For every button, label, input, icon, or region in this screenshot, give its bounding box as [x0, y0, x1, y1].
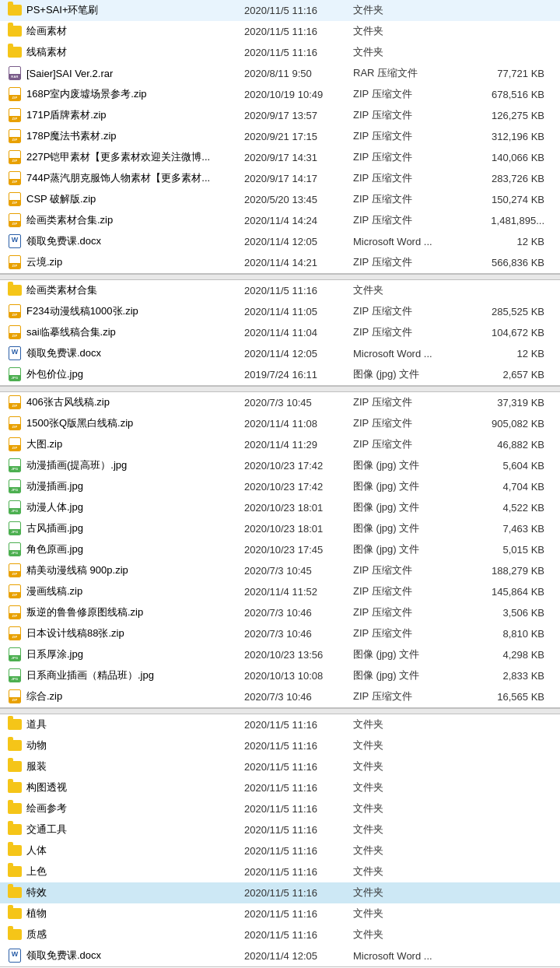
table-row[interactable]: 168P室内废墟场景参考.zip2020/10/19 10:49ZIP 压缩文件… — [0, 84, 560, 105]
file-date: 2020/5/20 13:45 — [244, 194, 353, 205]
table-row[interactable]: 动漫插画.jpg2020/10/23 17:42图像 (jpg) 文件4,704… — [0, 476, 560, 497]
file-type: ZIP 压缩文件 — [353, 416, 478, 430]
table-row[interactable]: 领取免费课.docx2020/11/4 12:05Microsoft Word … — [0, 343, 560, 364]
table-row[interactable]: 叛逆的鲁鲁修原图线稿.zip2020/7/3 10:46ZIP 压缩文件3,50… — [0, 602, 560, 623]
table-row[interactable]: CSP 破解版.zip2020/5/20 13:45ZIP 压缩文件150,27… — [0, 189, 560, 210]
table-row[interactable]: 1500张Q版黑白线稿.zip2020/11/4 11:08ZIP 压缩文件90… — [0, 413, 560, 434]
table-row[interactable]: 动漫插画(提高班）.jpg2020/10/23 17:42图像 (jpg) 文件… — [0, 455, 560, 476]
file-date: 2020/11/5 11:16 — [244, 740, 353, 752]
file-date: 2020/7/3 10:45 — [244, 397, 353, 409]
table-row[interactable]: 质感2020/11/5 11:16文件夹 — [0, 924, 560, 945]
table-row[interactable]: 外包价位.jpg2019/7/24 16:11图像 (jpg) 文件2,657 … — [0, 364, 560, 385]
file-size: 16,565 KB — [478, 691, 554, 703]
jpg-icon — [9, 647, 21, 661]
file-name: 精美动漫线稿 900p.zip — [26, 563, 244, 577]
file-type: ZIP 压缩文件 — [353, 129, 478, 143]
table-row[interactable]: 精美动漫线稿 900p.zip2020/7/3 10:45ZIP 压缩文件188… — [0, 560, 560, 581]
zip-icon — [9, 150, 21, 164]
table-row[interactable]: 大图.zip2020/11/4 11:29ZIP 压缩文件46,882 KB — [0, 434, 560, 455]
file-date: 2020/11/4 11:04 — [244, 327, 353, 338]
file-date: 2020/9/17 14:17 — [244, 173, 353, 184]
table-row[interactable]: 绘画类素材合集2020/11/5 11:16文件夹 — [0, 280, 560, 301]
file-name: sai临摹线稿合集.zip — [26, 325, 244, 339]
table-row[interactable]: 171P盾牌素材.zip2020/9/17 13:57ZIP 压缩文件126,2… — [0, 105, 560, 126]
file-name: 人体 — [26, 843, 244, 858]
table-row[interactable]: [Saier]SAI Ver.2.rar2020/8/11 9:50RAR 压缩… — [0, 63, 560, 84]
jpg-icon — [9, 458, 21, 472]
table-row[interactable]: 绘画类素材合集.zip2020/11/4 14:24ZIP 压缩文件1,481,… — [0, 210, 560, 231]
file-type: ZIP 压缩文件 — [353, 605, 478, 619]
jpg-icon — [9, 479, 21, 493]
file-type: 图像 (jpg) 文件 — [353, 458, 478, 472]
file-date: 2020/11/5 11:16 — [244, 803, 353, 815]
file-date: 2020/10/23 13:56 — [244, 649, 353, 661]
table-row[interactable]: 744P蒸汽朋克服饰人物素材【更多素材...2020/9/17 14:17ZIP… — [0, 168, 560, 189]
file-date: 2020/9/17 13:57 — [244, 110, 353, 121]
table-row[interactable]: 绘画参考2020/11/5 11:16文件夹 — [0, 798, 560, 819]
file-type: ZIP 压缩文件 — [353, 304, 478, 318]
table-row[interactable]: 绘画素材2020/11/5 11:16文件夹 — [0, 21, 560, 42]
table-row[interactable]: 服装2020/11/5 11:16文件夹 — [0, 756, 560, 777]
table-row[interactable]: 人体2020/11/5 11:16文件夹 — [0, 840, 560, 861]
table-row[interactable]: 上色2020/11/5 11:16文件夹 — [0, 861, 560, 882]
table-row[interactable]: 日系商业插画（精品班）.jpg2020/10/13 10:08图像 (jpg) … — [0, 665, 560, 686]
table-row[interactable]: 动物2020/11/5 11:16文件夹 — [0, 735, 560, 756]
folder-icon — [8, 929, 22, 940]
file-name: 大图.zip — [26, 437, 244, 451]
file-name: 动物 — [26, 738, 244, 752]
table-row[interactable]: F234动漫线稿1000张.zip2020/11/4 11:05ZIP 压缩文件… — [0, 301, 560, 322]
file-date: 2020/10/23 18:01 — [244, 523, 353, 535]
file-type: 文件夹 — [353, 717, 478, 731]
section-section3: 406张古风线稿.zip2020/7/3 10:45ZIP 压缩文件37,319… — [0, 392, 560, 708]
table-row[interactable]: 动漫人体.jpg2020/10/23 18:01图像 (jpg) 文件4,522… — [0, 497, 560, 518]
file-size: 566,836 KB — [478, 257, 554, 268]
table-row[interactable]: 漫画线稿.zip2020/11/4 11:52ZIP 压缩文件145,864 K… — [0, 581, 560, 602]
table-row[interactable]: 领取免费课.docx2020/11/4 12:05Microsoft Word … — [0, 945, 560, 966]
file-name: 服装 — [26, 759, 244, 773]
zip-icon — [9, 171, 21, 185]
table-row[interactable]: 227P铠甲素材【更多素材欢迎关注微博...2020/9/17 14:31ZIP… — [0, 147, 560, 168]
file-name: 744P蒸汽朋克服饰人物素材【更多素材... — [26, 171, 244, 185]
file-type: 文件夹 — [353, 283, 478, 297]
table-row[interactable]: PS+SAI+环笔刷2020/11/5 11:16文件夹 — [0, 0, 560, 21]
file-name: 绘画类素材合集 — [26, 283, 244, 297]
zip-icon — [9, 584, 21, 598]
section-section2: 绘画类素材合集2020/11/5 11:16文件夹F234动漫线稿1000张.z… — [0, 280, 560, 386]
table-row[interactable]: 综合.zip2020/7/3 10:46ZIP 压缩文件16,565 KB — [0, 686, 560, 707]
file-type: 文件夹 — [353, 3, 478, 17]
file-name: 外包价位.jpg — [26, 367, 244, 381]
file-name: 日系商业插画（精品班）.jpg — [26, 668, 244, 682]
table-row[interactable]: 道具2020/11/5 11:16文件夹 — [0, 714, 560, 735]
section-divider — [0, 386, 560, 392]
table-row[interactable]: 日本设计线稿88张.zip2020/7/3 10:46ZIP 压缩文件8,810… — [0, 623, 560, 644]
table-row[interactable]: 178P魔法书素材.zip2020/9/21 17:15ZIP 压缩文件312,… — [0, 126, 560, 147]
file-size: 3,506 KB — [478, 607, 554, 619]
file-date: 2020/11/5 11:16 — [244, 929, 353, 941]
table-row[interactable]: 领取免费课.docx2020/11/4 12:05Microsoft Word … — [0, 231, 560, 252]
file-name: 动漫人体.jpg — [26, 500, 244, 514]
table-row[interactable]: 交通工具2020/11/5 11:16文件夹 — [0, 819, 560, 840]
folder-icon — [8, 782, 22, 793]
table-row[interactable]: 角色原画.jpg2020/10/23 17:45图像 (jpg) 文件5,015… — [0, 539, 560, 560]
jpg-icon — [9, 500, 21, 514]
file-size: 188,279 KB — [478, 565, 554, 577]
table-row[interactable]: 日系厚涂.jpg2020/10/23 13:56图像 (jpg) 文件4,298… — [0, 644, 560, 665]
table-row[interactable]: 云境.zip2020/11/4 14:21ZIP 压缩文件566,836 KB — [0, 252, 560, 273]
table-row[interactable]: 线稿素材2020/11/5 11:16文件夹 — [0, 42, 560, 63]
file-date: 2020/11/4 11:08 — [244, 418, 353, 430]
file-type: RAR 压缩文件 — [353, 66, 478, 80]
file-type: 文件夹 — [353, 45, 478, 59]
file-date: 2020/11/5 11:16 — [244, 26, 353, 37]
docx-icon — [9, 346, 21, 360]
table-row[interactable]: sai临摹线稿合集.zip2020/11/4 11:04ZIP 压缩文件104,… — [0, 322, 560, 343]
file-name: F234动漫线稿1000张.zip — [26, 304, 244, 318]
table-row[interactable]: 古风插画.jpg2020/10/23 18:01图像 (jpg) 文件7,463… — [0, 518, 560, 539]
section-divider — [0, 274, 560, 280]
file-size: 5,604 KB — [478, 460, 554, 472]
file-type: ZIP 压缩文件 — [353, 171, 478, 185]
table-row[interactable]: 特效2020/11/5 11:16文件夹 — [0, 882, 560, 903]
table-row[interactable]: 构图透视2020/11/5 11:16文件夹 — [0, 777, 560, 798]
table-row[interactable]: 406张古风线稿.zip2020/7/3 10:45ZIP 压缩文件37,319… — [0, 392, 560, 413]
table-row[interactable]: 植物2020/11/5 11:16文件夹 — [0, 903, 560, 924]
file-name: 178P魔法书素材.zip — [26, 129, 244, 143]
